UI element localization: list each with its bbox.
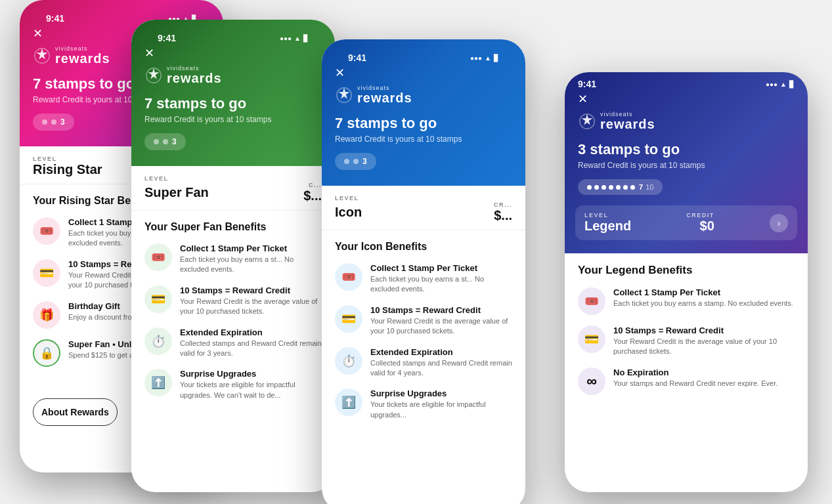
stamps-title-2: 7 stamps to go	[144, 95, 322, 112]
status-time-3: 9:41	[348, 52, 366, 63]
level-label-3: LEVEL	[335, 195, 512, 201]
benefit-icon: 🎟️	[335, 263, 362, 291]
benefit-icon-birthday: 🎁	[33, 301, 60, 329]
brand-logo-4: vividseats rewards	[578, 112, 795, 131]
stamp-dots-2: 3	[144, 133, 186, 150]
benefit-name: No Expiration	[613, 368, 777, 377]
benefit-name: Collect 1 Stamp Per Ticket	[180, 243, 322, 253]
benefit-item: ⬆️ Surprise Upgrades Your tickets are el…	[335, 388, 512, 420]
phone-super-fan: 9:41 ●●●▲▊ ✕ vividseats rewards 7 stamps…	[131, 20, 335, 492]
credit-value-2: $...	[303, 188, 322, 203]
credit-value-3: $...	[494, 208, 512, 223]
brand-name-3: vividseats rewards	[357, 85, 412, 104]
benefit-item: 🎟️ Collect 1 Stamp Per Ticket Each ticke…	[578, 287, 795, 315]
benefit-item: 💳 10 Stamps = Reward Credit Your Reward …	[144, 285, 322, 317]
benefit-name: Surprise Upgrades	[180, 369, 322, 379]
brand-name-2: vividseats rewards	[167, 66, 222, 85]
close-button-3[interactable]: ✕	[335, 66, 345, 80]
brand-name-4: vividseats rewards	[600, 112, 655, 131]
status-icons-2: ●●●▲▊	[280, 35, 309, 42]
legend-benefits-section: Your Legend Benefits 🎟️ Collect 1 Stamp …	[565, 253, 808, 416]
benefit-icon: 💳	[335, 305, 362, 333]
benefit-item: 💳 10 Stamps = Reward Credit Your Reward …	[578, 326, 795, 357]
benefit-icon: ⏱️	[144, 327, 172, 355]
benefit-desc: Each ticket you buy earns a st... No exc…	[180, 255, 322, 275]
benefit-desc: Collected stamps and Reward Credit remai…	[370, 358, 512, 379]
status-time-2: 9:41	[158, 33, 176, 43]
benefit-icon: ⏱️	[335, 347, 362, 375]
benefit-item: 💳 10 Stamps = Reward Credit Your Reward …	[335, 305, 512, 337]
benefit-name: Surprise Upgrades	[370, 388, 512, 398]
arrow-icon[interactable]: ›	[770, 214, 788, 232]
benefit-item: 🎟️ Collect 1 Stamp Per Ticket Each ticke…	[335, 263, 512, 295]
benefit-name: Collect 1 Stamp Per Ticket	[613, 287, 793, 297]
level-name-4: Legend	[584, 219, 631, 234]
stamps-title-4: 3 stamps to go	[578, 141, 795, 158]
benefit-desc: Your Reward Credit is the average value …	[370, 316, 512, 337]
benefit-name: 10 Stamps = Reward Credit	[370, 305, 512, 315]
stamps-title-3: 7 stamps to go	[335, 115, 512, 132]
level-section-3: LEVEL Icon CR... $...	[322, 186, 525, 230]
benefit-item: ∞ No Expiration Your stamps and Reward C…	[578, 368, 795, 395]
benefit-item: ⬆️ Surprise Upgrades Your tickets are el…	[144, 369, 322, 400]
benefits-title-3: Your Icon Benefits	[335, 241, 512, 253]
benefit-icon: 💳	[144, 285, 172, 313]
credit-label-2: C...	[303, 182, 322, 188]
benefit-icon-lock: 🔒	[33, 339, 60, 367]
benefit-name: Extended Expiration	[370, 347, 512, 357]
stamp-dots-1: 3	[33, 114, 74, 131]
benefit-item: 🎟️ Collect 1 Stamp Per Ticket Each ticke…	[144, 243, 322, 275]
benefit-name: Extended Expiration	[180, 327, 322, 337]
benefit-name: 10 Stamps = Reward Credit	[613, 326, 795, 335]
status-icons-3: ●●●▲▊	[470, 54, 499, 62]
stamp-dots-3: 3	[335, 153, 376, 170]
benefit-icon: 🎟️	[144, 243, 172, 271]
status-icons-4: ●●●▲▊	[766, 81, 795, 88]
benefit-icon: 💳	[578, 326, 605, 353]
phone-legend: 9:41 ●●●▲▊ ✕ vividseats rewards 3 stamps…	[565, 72, 808, 492]
benefit-desc: Your tickets are eligible for impactful …	[180, 380, 322, 400]
benefits-title-2: Your Super Fan Benefits	[144, 221, 322, 233]
benefit-name: Collect 1 Stamp Per Ticket	[370, 263, 512, 273]
stamps-subtitle-3: Reward Credit is yours at 10 stamps	[335, 135, 512, 144]
benefit-desc: Your tickets are eligible for impactful …	[370, 400, 512, 420]
level-section-2: LEVEL Super Fan C... $...	[131, 166, 335, 211]
benefit-icon: ⬆️	[144, 369, 172, 396]
benefit-desc: Your Reward Credit is the average value …	[613, 337, 795, 357]
benefit-icon: ⬆️	[335, 388, 362, 416]
brand-logo-3: vividseats rewards	[335, 85, 512, 104]
close-button-4[interactable]: ✕	[578, 92, 588, 106]
phone-icon: 9:41 ●●●▲▊ ✕ vividseats rewards 7 stamps…	[322, 39, 525, 504]
benefit-icon-ticket: 🎟️	[33, 217, 60, 245]
stamp-progress-bar-4: 7 10	[578, 179, 663, 195]
status-time-4: 9:41	[578, 79, 596, 89]
credit-value-4: $0	[686, 219, 714, 234]
level-label-4: LEVEL	[584, 212, 631, 219]
benefit-icon: 🎟️	[578, 287, 605, 315]
benefit-desc: Collected stamps and Reward Credit remai…	[180, 339, 322, 359]
about-rewards-button[interactable]: About Rewards	[33, 398, 118, 426]
benefit-name: 10 Stamps = Reward Credit	[180, 285, 322, 295]
benefit-item: ⏱️ Extended Expiration Collected stamps …	[335, 347, 512, 379]
brand-name-1: vividseats rewards	[55, 46, 110, 65]
benefits-section-3: Your Icon Benefits 🎟️ Collect 1 Stamp Pe…	[322, 230, 525, 441]
credit-label-3: CR...	[494, 201, 512, 208]
brand-logo-2: vividseats rewards	[144, 66, 322, 85]
benefit-desc: Each ticket you buy earns a stamp. No ex…	[613, 299, 793, 308]
benefit-item: ⏱️ Extended Expiration Collected stamps …	[144, 327, 322, 359]
benefit-desc: Your stamps and Reward Credit never expi…	[613, 379, 777, 388]
legend-benefits-title: Your Legend Benefits	[578, 264, 795, 277]
benefit-desc: Your Reward Credit is the average value …	[180, 297, 322, 317]
level-name-2: Super Fan	[144, 185, 209, 200]
benefits-section-2: Your Super Fan Benefits 🎟️ Collect 1 Sta…	[131, 211, 335, 421]
close-button-1[interactable]: ✕	[33, 26, 43, 41]
stamps-subtitle-4: Reward Credit is yours at 10 stamps	[578, 161, 795, 170]
credit-label-4: CREDIT	[686, 212, 714, 219]
level-name-3: Icon	[335, 205, 362, 220]
stamps-subtitle-2: Reward Credit is yours at 10 stamps	[144, 115, 322, 124]
close-button-2[interactable]: ✕	[144, 46, 154, 60]
level-label-2: LEVEL	[144, 175, 322, 182]
benefit-desc: Each ticket you buy earns a st... No exc…	[370, 274, 512, 295]
benefit-icon-credit: 💳	[33, 259, 60, 287]
benefit-icon-infinity: ∞	[578, 368, 605, 395]
